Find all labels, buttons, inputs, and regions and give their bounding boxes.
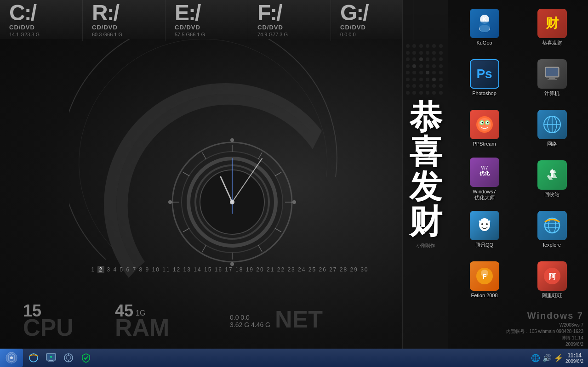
taskbar-compass-icon[interactable] bbox=[60, 350, 77, 366]
icon-kugoo[interactable]: K KuGoo bbox=[451, 2, 518, 53]
sys-tray-volume-icon[interactable]: 🔊 bbox=[542, 354, 552, 362]
qq-icon-img bbox=[470, 211, 499, 240]
svg-text:W7: W7 bbox=[481, 165, 488, 170]
drive-g[interactable]: G:/ CD/DVD 0.0 0.0 bbox=[331, 0, 414, 41]
svg-rect-29 bbox=[546, 68, 558, 76]
ie-label: Iexplore bbox=[543, 242, 561, 248]
win7-label: Windows7优化大师 bbox=[473, 189, 496, 201]
svg-point-33 bbox=[478, 118, 491, 131]
photoshop-label: Photoshop bbox=[472, 90, 497, 96]
calendar-bar: 1 2 3 4 5 6 7 8 9 10 11 12 13 14 15 16 1… bbox=[23, 266, 437, 273]
svg-point-38 bbox=[481, 122, 483, 124]
svg-point-46 bbox=[479, 218, 490, 231]
network-label: 网络 bbox=[547, 141, 557, 147]
computer-icon-img bbox=[537, 59, 567, 89]
congxi-sub: 小刚制作 bbox=[417, 243, 435, 249]
photoshop-icon-img: Ps bbox=[470, 59, 499, 89]
recycle-label: 回收站 bbox=[544, 192, 559, 198]
svg-line-10 bbox=[275, 172, 281, 176]
fetion-label: Fetion 2008 bbox=[471, 293, 497, 299]
icon-fetion[interactable]: F Fetion 2008 bbox=[451, 255, 518, 305]
clock-display[interactable]: 11:14 2009/6/2 bbox=[565, 352, 583, 364]
drive-e[interactable]: E:/ CD/DVD 57.5 G66.1 G bbox=[166, 0, 248, 41]
computer-label: 计算机 bbox=[544, 90, 559, 96]
svg-line-14 bbox=[183, 228, 189, 232]
taskbar-security-icon[interactable] bbox=[78, 350, 94, 366]
icon-qq[interactable]: 腾讯QQ bbox=[451, 204, 518, 255]
svg-text:优化: 优化 bbox=[479, 170, 490, 176]
svg-line-16 bbox=[202, 152, 206, 159]
svg-point-48 bbox=[486, 223, 488, 225]
svg-rect-31 bbox=[548, 79, 557, 80]
svg-point-23 bbox=[168, 200, 172, 204]
cpu-stat: 15 CPU bbox=[0, 299, 101, 343]
svg-point-24 bbox=[292, 200, 296, 204]
drive-bar: C:/ CD/DVD 14.1 G23.3 G R:/ CD/DVD 60.3 … bbox=[0, 0, 448, 39]
svg-line-9 bbox=[258, 152, 262, 159]
congxi-panel: 恭喜发财 小刚制作 bbox=[402, 0, 448, 349]
desktop: C:/ CD/DVD 14.1 G23.3 G R:/ CD/DVD 60.3 … bbox=[0, 0, 588, 367]
icon-win7[interactable]: 优化 W7 Windows7优化大师 bbox=[451, 154, 518, 204]
ie-icon-img bbox=[537, 211, 567, 240]
taskbar-monitor-icon[interactable] bbox=[43, 350, 59, 366]
icon-ie[interactable]: Iexplore bbox=[518, 204, 586, 255]
taskbar-ie-icon[interactable] bbox=[25, 350, 42, 366]
taskbar-right: 🌐 🔊 ⚡ 11:14 2009/6/2 bbox=[531, 352, 588, 364]
icon-network[interactable]: 网络 bbox=[518, 103, 586, 154]
gongxi-icon-img: 财 bbox=[537, 9, 567, 38]
svg-text:K: K bbox=[482, 16, 486, 23]
svg-text:阿: 阿 bbox=[548, 272, 556, 280]
net-stat: 0.0 0.0 3.62 G 4.46 G NET bbox=[216, 307, 377, 335]
aliwang-label: 阿里旺旺 bbox=[542, 293, 562, 299]
svg-point-63 bbox=[50, 356, 52, 358]
svg-point-20 bbox=[230, 200, 234, 204]
drive-r[interactable]: R:/ CD/DVD 60.3 G66.1 G bbox=[83, 0, 166, 41]
svg-point-47 bbox=[481, 223, 483, 225]
svg-point-22 bbox=[230, 262, 234, 266]
sys-tray-battery-icon[interactable]: ⚡ bbox=[554, 354, 563, 362]
icon-ppstream[interactable]: PPStream bbox=[451, 103, 518, 154]
svg-line-11 bbox=[275, 228, 281, 232]
drive-c[interactable]: C:/ CD/DVD 14.1 G23.3 G bbox=[0, 0, 83, 41]
congxi-text: 恭喜发财 bbox=[409, 100, 442, 239]
taskbar-items bbox=[23, 350, 531, 366]
win7-watermark: Windows 7 W2003ws 7 内置帐号：105 winmain 090… bbox=[506, 309, 583, 348]
desktop-icons-panel: K KuGoo 财 恭喜发财 Ps Photoshop bbox=[448, 0, 588, 349]
svg-point-57 bbox=[10, 356, 13, 359]
svg-rect-61 bbox=[49, 360, 53, 361]
svg-rect-62 bbox=[48, 361, 54, 361]
taskbar: 🌐 🔊 ⚡ 11:14 2009/6/2 bbox=[0, 349, 588, 367]
icon-computer[interactable]: 计算机 bbox=[518, 53, 586, 103]
kugoo-label: KuGoo bbox=[476, 40, 492, 46]
stats-bar: 15 CPU 45 1G RAM 0.0 0.0 3.62 G 4.46 G N… bbox=[0, 294, 448, 349]
svg-point-39 bbox=[487, 122, 488, 124]
sys-tray-network-icon[interactable]: 🌐 bbox=[531, 354, 540, 362]
svg-line-13 bbox=[202, 245, 206, 252]
svg-point-65 bbox=[66, 356, 71, 360]
ram-stat: 45 1G RAM bbox=[101, 299, 216, 343]
icon-recycle[interactable]: 回收站 bbox=[518, 154, 586, 204]
drive-f[interactable]: F:/ CD/DVD 74.9 G77.3 G bbox=[248, 0, 331, 41]
svg-point-21 bbox=[230, 138, 234, 142]
svg-text:F: F bbox=[482, 273, 486, 280]
network-icon-img bbox=[537, 110, 567, 139]
gongxi-label: 恭喜发财 bbox=[542, 40, 562, 46]
svg-rect-30 bbox=[549, 77, 555, 79]
qq-label: 腾讯QQ bbox=[475, 242, 493, 248]
svg-line-15 bbox=[183, 172, 189, 176]
recycle-icon-img bbox=[537, 160, 567, 190]
icon-gongxi[interactable]: 财 恭喜发财 bbox=[518, 2, 586, 53]
icon-photoshop[interactable]: Ps Photoshop bbox=[451, 53, 518, 103]
clock-widget bbox=[69, 39, 391, 296]
win7-icon-img: 优化 W7 bbox=[470, 158, 499, 187]
ppstream-icon-img bbox=[470, 110, 499, 139]
start-button[interactable] bbox=[0, 349, 23, 367]
svg-line-12 bbox=[258, 245, 262, 252]
aliwang-icon-img: 阿 bbox=[537, 261, 567, 291]
kugoo-icon-img: K bbox=[470, 9, 499, 38]
icon-aliwang[interactable]: 阿 阿里旺旺 bbox=[518, 255, 586, 305]
fetion-icon-img: F bbox=[470, 261, 499, 291]
ppstream-label: PPStream bbox=[473, 141, 496, 147]
